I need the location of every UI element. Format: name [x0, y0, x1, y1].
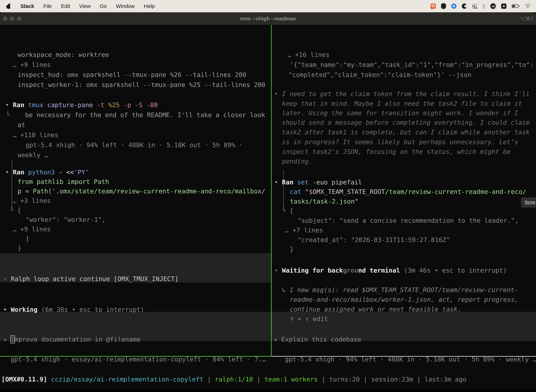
text-segment: gpt-5.4 xhigh · 94% left · 488K in · 5.1…	[285, 356, 536, 363]
text-segment: - <<	[55, 169, 74, 176]
a-badge-icon[interactable]: A	[501, 4, 507, 9]
terminal-line: … +3 lines	[13, 196, 51, 205]
terminal-line: • Ran tmux capture-pane -t %25 -p -S -80	[5, 100, 158, 110]
terminal-line: is in progress? It seems likely but perh…	[282, 137, 518, 147]
text-segment: ]	[25, 235, 29, 242]
terminal-line: p = Path('.omx/state/team/review-current…	[18, 186, 265, 196]
terminal-line: › Improve documentation in @filename	[3, 335, 140, 344]
text-segment: inspect_worker-1: omx sparkshell --tmux-…	[18, 81, 265, 88]
terminal-line: should send a message before completing …	[282, 118, 530, 127]
text-segment: •	[274, 179, 282, 186]
tool-output-connector	[283, 170, 284, 210]
shield-grid-icon[interactable]	[441, 3, 446, 9]
text-segment: inspect_hud: omx sparkshell --tmux-pane …	[18, 71, 246, 78]
terminal-line: keep that in mind. Maybe I also need the…	[282, 99, 522, 108]
text-segment: └	[10, 206, 17, 214]
menu-item-file[interactable]: File	[39, 3, 56, 9]
text-segment: … +110 lines	[13, 131, 58, 139]
battery-icon[interactable]	[512, 4, 519, 8]
wifi-icon[interactable]	[525, 4, 531, 9]
window-title: omx --xhigh --madmax	[0, 12, 536, 25]
text-segment: I need to get the claim token from the c…	[282, 90, 530, 98]
text-segment: }	[18, 244, 21, 252]
menu-item-view[interactable]: View	[75, 3, 95, 9]
menu-item-slack[interactable]: Slack	[16, 3, 39, 9]
text-segment: keep that in mind. Maybe I also need the…	[282, 100, 522, 107]
text-segment	[24, 101, 28, 108]
text-segment	[293, 179, 297, 186]
text-segment: %25	[105, 101, 120, 108]
text-segment: [OMX#0.11.9]	[1, 376, 47, 383]
text-segment: |	[360, 376, 371, 383]
menu-item-edit[interactable]: Edit	[57, 3, 75, 9]
text-segment: team:1 workers	[264, 376, 318, 383]
text-segment: -t	[93, 101, 105, 108]
text-segment: … +7 lines	[285, 227, 323, 234]
text-segment: workspace_mode: worktree	[18, 51, 109, 58]
text-segment: 'PY'	[74, 169, 89, 176]
squiggle-icon[interactable]: §	[482, 3, 485, 9]
text-segment: |	[318, 376, 329, 383]
text-segment: be necessary for the end of the README. …	[10, 111, 265, 119]
text-segment: gpt-5.4 xhigh · essay/ai-reimplementatio…	[10, 356, 266, 363]
menu-item-window[interactable]: Window	[111, 3, 139, 9]
count-badge-icon[interactable]: ..61	[490, 3, 496, 9]
terminal-line: • Ran python3 - <<'PY'	[5, 167, 89, 177]
menu-item-help[interactable]: Help	[139, 3, 159, 9]
crescent-icon[interactable]	[462, 4, 467, 9]
screen-tooltip: Scre	[521, 197, 536, 208]
text-segment: "created_at": "2026-03-31T11:59:27.816Z"	[297, 236, 450, 243]
text-segment: {	[289, 207, 293, 215]
text-segment: ›	[3, 336, 11, 343]
text-segment: last:3m ago	[425, 376, 466, 383]
terminal-line: • Working (6m 38s • esc to interrupt)	[3, 305, 144, 314]
terminal-line: gpt-5.4 xhigh · 94% left · 488K in · 5.1…	[285, 355, 536, 364]
text-segment: grou	[343, 267, 358, 274]
terminal-line: └ {	[282, 206, 293, 216]
text-segment: OMX_TEAM_STATE_ROOT	[313, 188, 385, 195]
text-segment: … +16 lines	[287, 51, 329, 58]
text-segment: ›	[3, 275, 11, 282]
menu-item-go[interactable]: Go	[95, 3, 111, 9]
terminal-line: "subject": "send a concise recommendatio…	[297, 216, 519, 225]
title-bar[interactable]: omx --xhigh --madmax ⌥⌘1	[0, 12, 536, 25]
terminal-line: ↳ 1 new msg(s): read $OMX_TEAM_STATE_ROO…	[282, 285, 518, 295]
terminal-window: omx --xhigh --madmax ⌥⌘1 workspace_mode:…	[0, 12, 536, 390]
terminal-line: workspace_mode: worktree	[18, 50, 109, 60]
text-segment: •	[274, 267, 282, 274]
chat-icon[interactable]	[431, 4, 436, 9]
text-segment: Waiting for back	[282, 267, 343, 274]
text-segment: continue assigned work or next feasible …	[290, 306, 461, 313]
pane-divider-vertical[interactable]	[271, 25, 272, 356]
terminal-line: └ be necessary for the end of the README…	[6, 110, 265, 120]
terminal-line: "completed","claim_token":"claim-token"}…	[288, 70, 471, 79]
text-segment: "subject": "send a concise recommendatio…	[297, 217, 519, 224]
text-segment: |	[203, 376, 215, 383]
dots-grid-icon[interactable]	[472, 4, 477, 9]
text-segment: ralph:1/10	[215, 376, 253, 383]
text-segment: (6m 38s • esc to interrupt)	[38, 306, 144, 313]
text-segment: mprove documentation in @filename	[14, 336, 140, 343]
terminal-line: [OMX#0.11.9] cczip/essay/ai-reimplementa…	[1, 374, 466, 384]
text-segment: at	[18, 121, 25, 129]
text-segment: •	[5, 169, 13, 176]
text-segment: (3m 46s • esc to interrupt)	[400, 267, 507, 274]
terminal-line: tasks/task-2.json"	[290, 196, 358, 206]
terminal-line: • Ran set -euo pipefail	[274, 177, 362, 187]
terminal-line: readme-and-reco/mailbox/worker-1.json, a…	[290, 295, 518, 304]
text-segment	[47, 376, 51, 383]
apple-icon[interactable]	[6, 4, 11, 9]
terminal-line: • Waiting for background terminal (3m 46…	[274, 266, 507, 275]
text-segment: └	[6, 111, 10, 119]
terminal-line: task2 after task1 is complete, but can I…	[282, 127, 530, 137]
blue-badge-icon[interactable]	[451, 4, 456, 9]
text-segment: session:23m	[371, 376, 413, 383]
text-segment: should send a message before completing …	[282, 119, 530, 126]
terminal-content[interactable]: workspace_mode: worktree… +9 linesinspec…	[0, 25, 536, 390]
terminal-line: from pathlib import Path	[18, 177, 109, 187]
terminal-line: later. Using the same for transition mig…	[282, 108, 518, 118]
text-segment: set	[297, 179, 309, 186]
text-segment: '{"team_name":"my-team","task_id":"1","f…	[290, 61, 534, 68]
menu-bar-left: SlackFileEditViewGoWindowHelp	[0, 3, 159, 9]
terminal-line: inspect_hud: omx sparkshell --tmux-pane …	[18, 70, 246, 79]
